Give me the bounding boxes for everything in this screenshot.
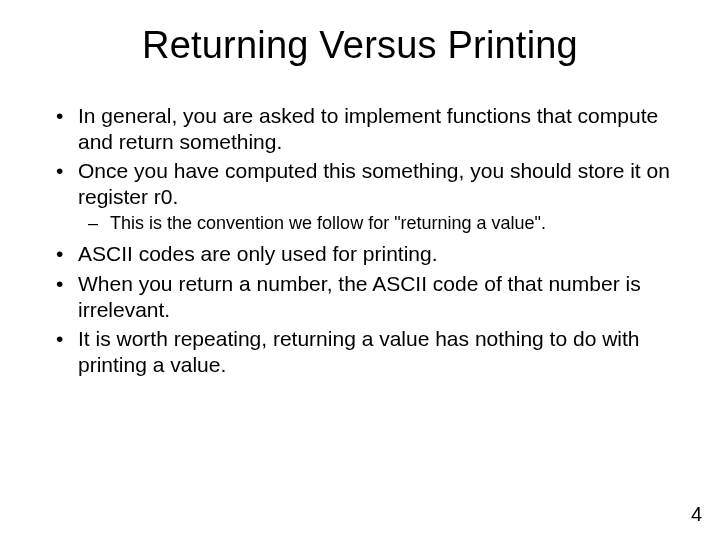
list-item: It is worth repeating, returning a value… [48,326,672,377]
list-item: ASCII codes are only used for printing. [48,241,672,267]
list-item: When you return a number, the ASCII code… [48,271,672,322]
sub-list: This is the convention we follow for "re… [78,213,672,235]
slide: Returning Versus Printing In general, yo… [0,0,720,540]
list-item: Once you have computed this something, y… [48,158,672,235]
page-number: 4 [691,503,702,526]
sub-list-item: This is the convention we follow for "re… [78,213,672,235]
bullet-list: In general, you are asked to implement f… [48,103,672,377]
list-item-text: Once you have computed this something, y… [78,159,670,208]
slide-title: Returning Versus Printing [48,24,672,67]
list-item: In general, you are asked to implement f… [48,103,672,154]
